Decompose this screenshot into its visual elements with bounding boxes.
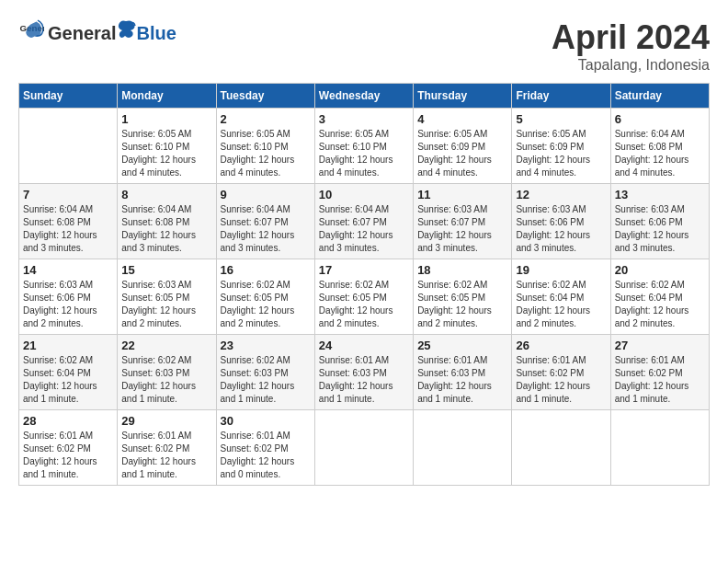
calendar-location: Tapalang, Indonesia [552, 57, 710, 74]
calendar-day-cell: 12Sunrise: 6:03 AM Sunset: 6:06 PM Dayli… [512, 184, 610, 259]
day-number: 7 [23, 188, 113, 201]
calendar-day-cell: 30Sunrise: 6:01 AM Sunset: 6:02 PM Dayli… [216, 410, 314, 486]
calendar-day-cell: 19Sunrise: 6:02 AM Sunset: 6:04 PM Dayli… [512, 259, 610, 335]
day-info: Sunrise: 6:01 AM Sunset: 6:02 PM Dayligh… [615, 354, 705, 406]
logo-blue-text: Blue [136, 23, 176, 44]
day-info: Sunrise: 6:02 AM Sunset: 6:04 PM Dayligh… [516, 279, 606, 330]
calendar-day-cell: 7Sunrise: 6:04 AM Sunset: 6:08 PM Daylig… [19, 184, 118, 259]
day-info: Sunrise: 6:03 AM Sunset: 6:05 PM Dayligh… [121, 279, 211, 330]
calendar-day-cell [19, 109, 118, 184]
calendar-day-cell: 26Sunrise: 6:01 AM Sunset: 6:02 PM Dayli… [512, 335, 610, 410]
weekday-header-cell: Sunday [19, 84, 118, 109]
day-info: Sunrise: 6:05 AM Sunset: 6:09 PM Dayligh… [417, 128, 507, 179]
day-info: Sunrise: 6:04 AM Sunset: 6:08 PM Dayligh… [23, 203, 113, 255]
logo: General General Blue [18, 18, 176, 44]
day-number: 17 [319, 263, 409, 277]
day-number: 4 [417, 112, 507, 126]
day-number: 13 [615, 188, 705, 201]
calendar-day-cell: 24Sunrise: 6:01 AM Sunset: 6:03 PM Dayli… [314, 335, 413, 410]
calendar-day-cell: 22Sunrise: 6:02 AM Sunset: 6:03 PM Dayli… [118, 335, 216, 410]
calendar-table: SundayMondayTuesdayWednesdayThursdayFrid… [18, 83, 710, 486]
day-number: 9 [221, 188, 311, 201]
day-number: 23 [221, 339, 311, 352]
day-info: Sunrise: 6:02 AM Sunset: 6:03 PM Dayligh… [221, 354, 311, 406]
calendar-title: April 2024 [552, 18, 710, 57]
day-info: Sunrise: 6:02 AM Sunset: 6:05 PM Dayligh… [221, 279, 311, 330]
calendar-week-row: 28Sunrise: 6:01 AM Sunset: 6:02 PM Dayli… [19, 410, 710, 486]
day-number: 28 [23, 414, 113, 428]
calendar-day-cell: 6Sunrise: 6:04 AM Sunset: 6:08 PM Daylig… [610, 109, 709, 184]
day-number: 26 [516, 339, 606, 352]
day-number: 30 [221, 414, 311, 428]
calendar-day-cell: 27Sunrise: 6:01 AM Sunset: 6:02 PM Dayli… [610, 335, 709, 410]
day-number: 3 [319, 112, 409, 126]
calendar-day-cell: 10Sunrise: 6:04 AM Sunset: 6:07 PM Dayli… [314, 184, 413, 259]
day-info: Sunrise: 6:02 AM Sunset: 6:05 PM Dayligh… [319, 279, 409, 330]
logo-bird-icon [116, 19, 136, 40]
day-info: Sunrise: 6:01 AM Sunset: 6:03 PM Dayligh… [417, 354, 507, 406]
calendar-day-cell: 5Sunrise: 6:05 AM Sunset: 6:09 PM Daylig… [512, 109, 610, 184]
logo-general-text: General [48, 23, 116, 44]
day-number: 19 [516, 263, 606, 277]
calendar-day-cell: 3Sunrise: 6:05 AM Sunset: 6:10 PM Daylig… [314, 109, 413, 184]
day-number: 21 [23, 339, 113, 352]
day-number: 14 [23, 263, 113, 277]
calendar-day-cell: 21Sunrise: 6:02 AM Sunset: 6:04 PM Dayli… [19, 335, 118, 410]
calendar-day-cell: 11Sunrise: 6:03 AM Sunset: 6:07 PM Dayli… [414, 184, 512, 259]
calendar-week-row: 1Sunrise: 6:05 AM Sunset: 6:10 PM Daylig… [19, 109, 710, 184]
day-number: 27 [615, 339, 705, 352]
calendar-week-row: 14Sunrise: 6:03 AM Sunset: 6:06 PM Dayli… [19, 259, 710, 335]
calendar-day-cell: 14Sunrise: 6:03 AM Sunset: 6:06 PM Dayli… [19, 259, 118, 335]
calendar-day-cell [314, 410, 413, 486]
calendar-day-cell: 17Sunrise: 6:02 AM Sunset: 6:05 PM Dayli… [314, 259, 413, 335]
day-info: Sunrise: 6:02 AM Sunset: 6:04 PM Dayligh… [615, 279, 705, 330]
day-info: Sunrise: 6:02 AM Sunset: 6:04 PM Dayligh… [23, 354, 113, 406]
calendar-day-cell: 20Sunrise: 6:02 AM Sunset: 6:04 PM Dayli… [610, 259, 709, 335]
day-info: Sunrise: 6:02 AM Sunset: 6:03 PM Dayligh… [121, 354, 211, 406]
calendar-day-cell: 23Sunrise: 6:02 AM Sunset: 6:03 PM Dayli… [216, 335, 314, 410]
day-number: 29 [121, 414, 211, 428]
day-number: 12 [516, 188, 606, 201]
day-info: Sunrise: 6:05 AM Sunset: 6:09 PM Dayligh… [516, 128, 606, 179]
weekday-header-cell: Friday [512, 84, 610, 109]
calendar-body: 1Sunrise: 6:05 AM Sunset: 6:10 PM Daylig… [19, 109, 710, 486]
day-number: 10 [319, 188, 409, 201]
day-number: 20 [615, 263, 705, 277]
day-info: Sunrise: 6:01 AM Sunset: 6:02 PM Dayligh… [23, 430, 113, 481]
day-number: 5 [516, 112, 606, 126]
day-info: Sunrise: 6:03 AM Sunset: 6:06 PM Dayligh… [516, 203, 606, 255]
day-number: 25 [417, 339, 507, 352]
calendar-day-cell [512, 410, 610, 486]
calendar-day-cell: 28Sunrise: 6:01 AM Sunset: 6:02 PM Dayli… [19, 410, 118, 486]
day-number: 18 [417, 263, 507, 277]
day-info: Sunrise: 6:04 AM Sunset: 6:08 PM Dayligh… [615, 128, 705, 179]
calendar-week-row: 7Sunrise: 6:04 AM Sunset: 6:08 PM Daylig… [19, 184, 710, 259]
day-info: Sunrise: 6:01 AM Sunset: 6:02 PM Dayligh… [516, 354, 606, 406]
calendar-day-cell: 13Sunrise: 6:03 AM Sunset: 6:06 PM Dayli… [610, 184, 709, 259]
day-info: Sunrise: 6:05 AM Sunset: 6:10 PM Dayligh… [221, 128, 311, 179]
weekday-header-row: SundayMondayTuesdayWednesdayThursdayFrid… [19, 84, 710, 109]
calendar-day-cell [414, 410, 512, 486]
calendar-day-cell: 25Sunrise: 6:01 AM Sunset: 6:03 PM Dayli… [414, 335, 512, 410]
day-info: Sunrise: 6:03 AM Sunset: 6:06 PM Dayligh… [23, 279, 113, 330]
calendar-day-cell: 15Sunrise: 6:03 AM Sunset: 6:05 PM Dayli… [118, 259, 216, 335]
day-info: Sunrise: 6:04 AM Sunset: 6:07 PM Dayligh… [221, 203, 311, 255]
day-number: 1 [121, 112, 211, 126]
day-info: Sunrise: 6:03 AM Sunset: 6:07 PM Dayligh… [417, 203, 507, 255]
weekday-header-cell: Wednesday [314, 84, 413, 109]
day-number: 22 [121, 339, 211, 352]
calendar-day-cell: 9Sunrise: 6:04 AM Sunset: 6:07 PM Daylig… [216, 184, 314, 259]
day-info: Sunrise: 6:05 AM Sunset: 6:10 PM Dayligh… [319, 128, 409, 179]
weekday-header-cell: Monday [118, 84, 216, 109]
weekday-header-cell: Tuesday [216, 84, 314, 109]
day-info: Sunrise: 6:01 AM Sunset: 6:03 PM Dayligh… [319, 354, 409, 406]
day-number: 11 [417, 188, 507, 201]
day-info: Sunrise: 6:04 AM Sunset: 6:08 PM Dayligh… [121, 203, 211, 255]
calendar-week-row: 21Sunrise: 6:02 AM Sunset: 6:04 PM Dayli… [19, 335, 710, 410]
calendar-day-cell: 1Sunrise: 6:05 AM Sunset: 6:10 PM Daylig… [118, 109, 216, 184]
page-header: General General Blue April 2024 Tapalang… [18, 18, 710, 74]
day-info: Sunrise: 6:01 AM Sunset: 6:02 PM Dayligh… [121, 430, 211, 481]
title-block: April 2024 Tapalang, Indonesia [552, 18, 710, 74]
day-number: 2 [221, 112, 311, 126]
day-info: Sunrise: 6:05 AM Sunset: 6:10 PM Dayligh… [121, 128, 211, 179]
